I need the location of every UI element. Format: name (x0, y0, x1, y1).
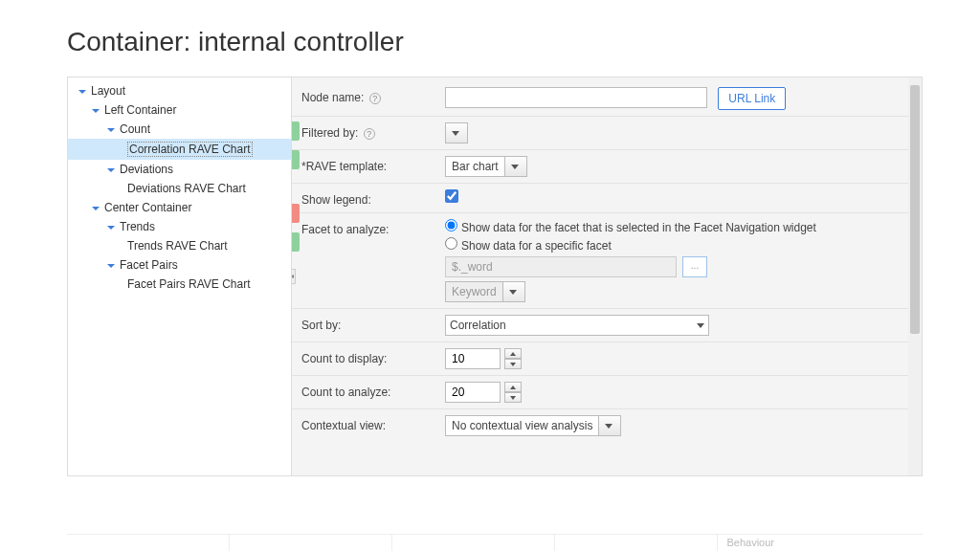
spin-up-icon[interactable] (504, 348, 522, 359)
count-analyze-spinner[interactable] (445, 382, 522, 403)
facet-radio-specific[interactable]: Show data for a specific facet (445, 237, 912, 253)
scrollbar[interactable] (908, 77, 922, 475)
node-name-label: Node name: ? (301, 87, 445, 104)
browse-button[interactable]: ... (682, 256, 707, 277)
tree-facet-pairs-chart[interactable]: Facet Pairs RAVE Chart (68, 275, 291, 294)
tab-green-icon[interactable] (292, 232, 300, 252)
rave-template-label: *RAVE template: (301, 156, 445, 173)
caret-down-icon (106, 222, 116, 231)
sort-by-label: Sort by: (301, 315, 445, 332)
contextual-view-label: Contextual view: (301, 415, 445, 432)
spin-down-icon[interactable] (504, 392, 522, 403)
count-display-spinner[interactable] (445, 348, 522, 369)
tree-correlation-rave-chart[interactable]: Correlation RAVE Chart (68, 139, 291, 160)
tab-red-icon[interactable] (292, 204, 300, 223)
spin-down-icon[interactable] (504, 359, 522, 369)
tree-count[interactable]: Count (68, 120, 291, 139)
help-icon[interactable]: ? (369, 93, 381, 104)
caret-down-icon (78, 86, 87, 96)
help-icon[interactable]: ? (364, 128, 375, 140)
tree-deviations[interactable]: Deviations (68, 160, 291, 179)
tree-center-container[interactable]: Center Container (68, 198, 291, 217)
sort-by-select[interactable]: Correlation (445, 315, 709, 336)
url-link-button[interactable]: URL Link (718, 87, 786, 110)
caret-down-icon (106, 165, 116, 174)
caret-down-icon (91, 105, 100, 115)
footer-strip: Behaviour (67, 534, 923, 551)
app-frame: Layout Left Container Count Correlation … (67, 77, 923, 476)
rave-template-select[interactable]: Bar chart (445, 156, 527, 177)
tree-deviations-chart[interactable]: Deviations RAVE Chart (68, 179, 291, 198)
slide-title: Container: internal controller (0, 0, 980, 77)
contextual-view-select[interactable]: No contextual view analysis (445, 415, 621, 436)
show-legend-label: Show legend: (301, 189, 445, 207)
count-analyze-label: Count to analyze: (301, 382, 445, 399)
facet-analyze-label: Facet to analyze: (301, 219, 445, 236)
tree-trends-chart[interactable]: Trends RAVE Chart (68, 236, 291, 255)
facet-radio-navigation[interactable]: Show data for the facet that is selected… (445, 219, 912, 234)
filtered-by-dropdown[interactable] (445, 122, 468, 143)
collapse-handle-icon[interactable]: ◂ (292, 269, 296, 284)
facet-word-input (445, 256, 677, 277)
show-legend-checkbox[interactable] (445, 189, 458, 203)
filtered-by-label: Filtered by: ? (301, 122, 445, 140)
tab-green-icon[interactable] (292, 121, 300, 141)
caret-down-icon (106, 260, 116, 270)
tree-trends[interactable]: Trends (68, 217, 291, 236)
caret-down-icon (91, 203, 100, 212)
caret-down-icon (106, 124, 116, 134)
layout-tree: Layout Left Container Count Correlation … (68, 77, 292, 475)
color-tabs (292, 121, 300, 261)
properties-panel: ◂ Node name: ? URL Link Filtered by: ? *… (292, 77, 922, 475)
facet-keyword-select: Keyword (445, 281, 525, 302)
scrollbar-thumb[interactable] (910, 85, 920, 334)
tree-root-layout[interactable]: Layout (68, 81, 291, 100)
spin-up-icon[interactable] (504, 382, 522, 392)
chevron-down-icon (697, 323, 704, 328)
tab-green-icon[interactable] (292, 150, 300, 169)
node-name-input[interactable] (445, 87, 707, 108)
tree-facet-pairs[interactable]: Facet Pairs (68, 255, 291, 275)
tree-left-container[interactable]: Left Container (68, 100, 291, 120)
count-display-label: Count to display: (301, 348, 445, 365)
behaviour-label: Behaviour (726, 537, 774, 548)
